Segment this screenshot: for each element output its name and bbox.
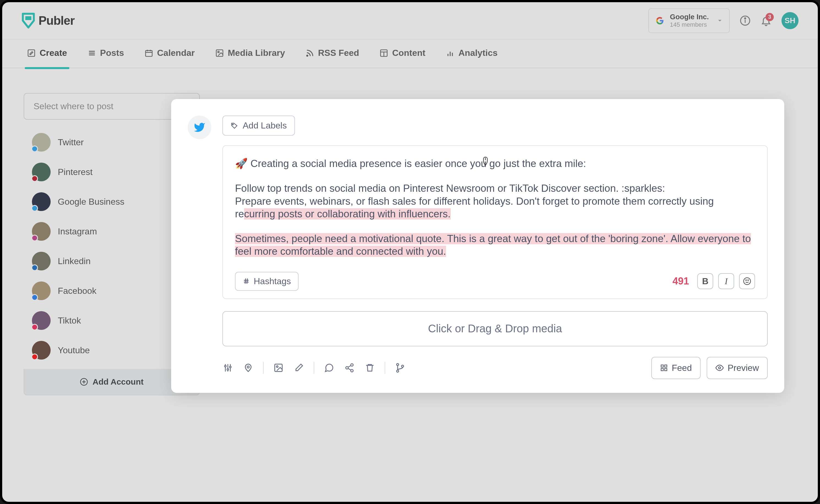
network-dot-icon [31, 205, 38, 212]
notification-badge: 3 [766, 13, 774, 21]
svg-point-41 [351, 364, 353, 366]
svg-point-29 [744, 278, 751, 285]
network-dot-icon [31, 235, 38, 241]
nav-create[interactable]: Create [27, 48, 67, 59]
svg-point-30 [746, 280, 747, 281]
add-labels-label: Add Labels [243, 120, 287, 131]
twitter-network-icon[interactable] [188, 116, 211, 139]
nav-rss[interactable]: RSS Feed [305, 48, 359, 59]
edit-square-icon [27, 49, 36, 57]
main-nav: Create Posts Calendar Media Library RSS … [2, 39, 818, 68]
account-avatar [32, 252, 51, 270]
git-branch-icon [395, 363, 405, 373]
composer-textarea[interactable]: 🚀 Creating a social media presence is ea… [235, 157, 755, 258]
edit-button[interactable] [293, 362, 304, 373]
hashtags-label: Hashtags [254, 276, 291, 286]
svg-point-36 [227, 369, 229, 370]
hashtags-button[interactable]: Hashtags [235, 272, 299, 291]
account-label: Twitter [58, 137, 84, 147]
nav-label: Content [392, 48, 425, 58]
workspace-subtitle: 145 members [670, 21, 709, 28]
workspace-name: Google Inc. [670, 13, 709, 21]
publer-logo-icon [21, 12, 35, 29]
char-count: 491 [673, 275, 689, 287]
preview-button[interactable]: Preview [707, 357, 768, 379]
rss-icon [305, 49, 314, 57]
account-avatar [32, 341, 51, 360]
separator [263, 362, 264, 374]
tag-icon [231, 122, 238, 130]
nav-content[interactable]: Content [379, 48, 425, 59]
account-avatar [32, 311, 51, 330]
post-composer[interactable]: 🚀 Creating a social media presence is ea… [222, 145, 768, 299]
image-icon [274, 363, 283, 373]
workspace-selector[interactable]: Google Inc. 145 members [648, 8, 730, 33]
info-button[interactable] [740, 15, 751, 26]
list-icon [88, 49, 96, 57]
separator [385, 362, 385, 374]
nav-label: Posts [100, 48, 124, 58]
svg-point-31 [748, 280, 749, 281]
svg-rect-8 [146, 50, 152, 56]
svg-point-3 [745, 18, 746, 19]
svg-line-28 [247, 278, 247, 284]
comment-button[interactable] [324, 362, 335, 373]
bold-button[interactable]: B [697, 273, 713, 289]
settings-sliders-button[interactable] [222, 362, 233, 373]
svg-line-45 [348, 368, 351, 370]
network-dot-icon [31, 146, 38, 152]
plus-circle-icon [80, 378, 88, 386]
feed-button[interactable]: Feed [651, 357, 701, 379]
nav-media-library[interactable]: Media Library [215, 48, 285, 59]
svg-line-44 [348, 366, 351, 367]
location-icon [243, 363, 253, 373]
composer-modal: Add Labels 🚀 Creating a social media pre… [171, 99, 784, 393]
svg-rect-49 [661, 365, 663, 367]
share-button[interactable] [344, 362, 355, 373]
user-avatar[interactable]: SH [781, 12, 799, 29]
add-account-label: Add Account [92, 377, 144, 387]
svg-point-53 [718, 367, 721, 369]
svg-point-14 [307, 55, 308, 56]
delete-button[interactable] [364, 362, 375, 373]
svg-line-27 [245, 278, 246, 284]
nav-label: RSS Feed [318, 48, 359, 58]
network-dot-icon [31, 175, 38, 182]
nav-posts[interactable]: Posts [88, 48, 124, 59]
svg-point-43 [351, 369, 353, 372]
emoji-button[interactable] [739, 273, 755, 289]
svg-point-48 [401, 365, 404, 367]
account-label: Youtube [58, 345, 90, 355]
chevron-down-icon [717, 17, 723, 24]
hash-icon [243, 278, 250, 285]
branch-button[interactable] [395, 362, 406, 373]
mouse-cursor-icon [482, 156, 489, 166]
account-label: Tiktok [58, 316, 81, 326]
nav-analytics[interactable]: Analytics [446, 48, 498, 59]
nav-label: Create [40, 48, 67, 58]
svg-rect-51 [661, 368, 663, 371]
media-dropzone[interactable]: Click or Drag & Drop media [222, 311, 768, 346]
account-label: Google Business [58, 197, 124, 207]
svg-rect-52 [665, 368, 667, 371]
comment-icon [324, 363, 334, 373]
account-avatar [32, 222, 51, 241]
svg-point-47 [397, 370, 399, 372]
topbar: Publer Google Inc. 145 members [2, 2, 818, 39]
share-icon [345, 363, 354, 373]
account-avatar [32, 133, 51, 152]
italic-button[interactable]: I [718, 273, 734, 289]
account-avatar [32, 192, 51, 211]
account-label: Instagram [58, 226, 97, 237]
nav-calendar[interactable]: Calendar [144, 48, 195, 59]
location-button[interactable] [243, 362, 254, 373]
brand-logo[interactable]: Publer [21, 12, 75, 29]
svg-point-13 [218, 51, 219, 53]
layout-icon [379, 49, 388, 57]
add-labels-button[interactable]: Add Labels [222, 116, 295, 136]
smile-icon [743, 277, 751, 285]
notifications-button[interactable]: 3 [761, 15, 772, 26]
svg-point-24 [232, 124, 233, 125]
calendar-icon [144, 49, 153, 57]
image-button[interactable] [273, 362, 284, 373]
